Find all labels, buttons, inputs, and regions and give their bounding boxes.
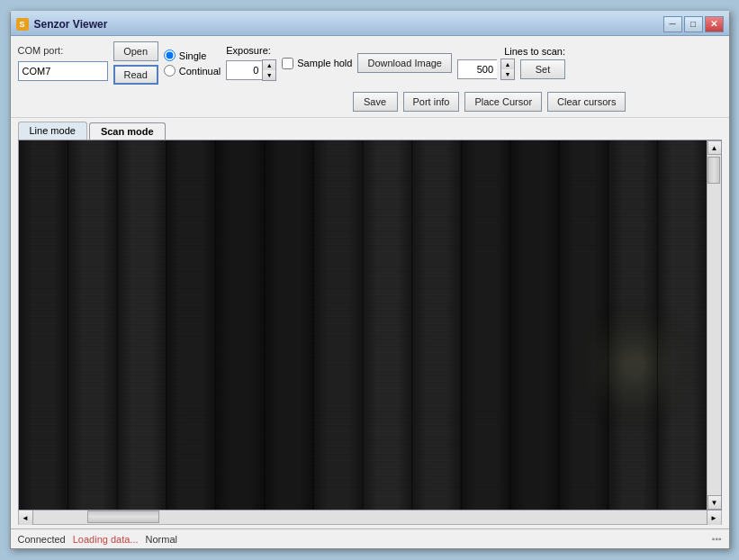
minimize-button[interactable]: ─	[663, 16, 682, 32]
single-radio[interactable]	[164, 50, 176, 61]
lines-spin: ▲ ▼	[500, 59, 515, 80]
window-controls: ─ □ ✕	[663, 16, 724, 32]
exposure-spin: ▲ ▼	[262, 59, 276, 81]
continual-radio[interactable]	[164, 65, 176, 77]
scroll-thumb-h[interactable]	[87, 510, 159, 523]
scroll-down-arrow[interactable]: ▼	[707, 495, 722, 510]
scroll-thumb-v[interactable]	[707, 157, 720, 184]
exposure-input-wrap: ▲ ▼	[226, 59, 276, 81]
toolbar: COM port: Open Read Single Continual Exp…	[11, 36, 729, 118]
open-button[interactable]: Open	[113, 41, 158, 61]
read-button[interactable]: Read	[113, 65, 158, 85]
exposure-label: Exposure:	[226, 45, 276, 56]
set-button[interactable]: Set	[520, 59, 565, 79]
port-info-button[interactable]: Port info	[403, 92, 460, 112]
status-normal: Normal	[146, 534, 177, 545]
com-group: COM port:	[18, 45, 108, 81]
image-container	[19, 140, 707, 510]
lines-label: Lines to scan:	[504, 46, 565, 57]
tab-line-mode[interactable]: Line mode	[18, 122, 87, 140]
title-bar: S Senzor Viewer ─ □ ✕	[11, 13, 729, 36]
scan-canvas	[19, 140, 707, 510]
lines-down[interactable]: ▼	[501, 69, 514, 79]
sample-hold-label: Sample hold	[297, 58, 352, 68]
tab-scan-mode[interactable]: Scan mode	[89, 122, 166, 140]
window-title: Senzor Viewer	[34, 18, 663, 31]
close-button[interactable]: ✕	[705, 16, 724, 32]
status-bar: Connected Loading data... Normal ▪▪▪	[11, 528, 729, 548]
action-buttons: Save Port info Place Cursor Clear cursor…	[353, 92, 626, 112]
lines-group: Lines to scan: ▲ ▼ Set	[457, 46, 565, 80]
scroll-track-h[interactable]	[33, 510, 707, 524]
horizontal-scrollbar[interactable]: ◄ ►	[18, 510, 722, 525]
exposure-down[interactable]: ▼	[263, 70, 275, 80]
exposure-input[interactable]	[226, 60, 262, 80]
save-button[interactable]: Save	[353, 92, 398, 112]
single-radio-item: Single	[164, 50, 221, 61]
status-loading: Loading data...	[73, 534, 139, 545]
scroll-up-arrow[interactable]: ▲	[707, 140, 722, 155]
exposure-up[interactable]: ▲	[263, 60, 275, 70]
clear-cursors-button[interactable]: Clear cursors	[547, 92, 626, 112]
single-label: Single	[179, 50, 207, 61]
com-input[interactable]	[18, 61, 108, 81]
lines-input-wrap: ▲ ▼ Set	[457, 59, 565, 80]
com-label: COM port:	[18, 45, 108, 56]
scroll-track-v[interactable]	[707, 155, 721, 495]
place-cursor-button[interactable]: Place Cursor	[464, 92, 542, 112]
scroll-right-arrow[interactable]: ►	[707, 510, 721, 525]
sample-hold-checkbox[interactable]	[282, 58, 293, 69]
open-read-group: Open Read	[113, 41, 158, 85]
tabs-row: Line mode Scan mode	[11, 118, 729, 140]
exposure-group: Exposure: ▲ ▼	[226, 45, 276, 81]
vertical-scrollbar[interactable]: ▲ ▼	[707, 140, 721, 510]
continual-label: Continual	[179, 66, 221, 77]
main-window: S Senzor Viewer ─ □ ✕ COM port: Open Rea…	[10, 11, 730, 549]
restore-button[interactable]: □	[684, 16, 703, 32]
canvas-area: ▲ ▼	[18, 140, 722, 510]
lines-up[interactable]: ▲	[501, 59, 514, 69]
toolbar-row2: Save Port info Place Cursor Clear cursor…	[18, 92, 722, 112]
resize-grip[interactable]: ▪▪▪	[712, 534, 722, 544]
radio-group: Single Continual	[164, 50, 221, 77]
scroll-left-arrow[interactable]: ◄	[19, 510, 33, 525]
lines-input[interactable]	[457, 59, 497, 79]
download-button[interactable]: Download Image	[357, 53, 452, 73]
status-connected: Connected	[18, 534, 66, 545]
app-icon: S	[16, 18, 29, 31]
sample-hold-group: Sample hold	[282, 58, 352, 69]
continual-radio-item: Continual	[164, 65, 221, 77]
